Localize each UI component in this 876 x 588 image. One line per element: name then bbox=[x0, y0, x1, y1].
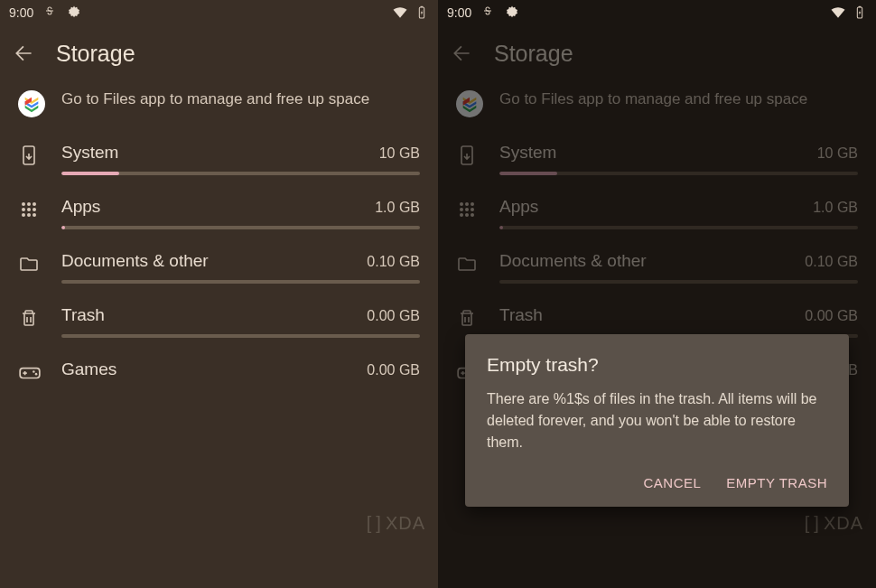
battery-icon bbox=[415, 4, 429, 22]
app-bar: Storage bbox=[438, 25, 876, 81]
s-icon bbox=[480, 5, 495, 20]
trash-icon bbox=[456, 307, 478, 329]
folder-icon bbox=[456, 253, 478, 275]
category-documents[interactable]: Documents & other0.10 GB bbox=[438, 242, 876, 296]
apps-icon bbox=[456, 199, 478, 220]
battery-icon bbox=[853, 4, 867, 22]
wifi-icon bbox=[391, 4, 409, 22]
files-app-link[interactable]: Go to Files app to manage and free up sp… bbox=[438, 81, 876, 134]
device-icon bbox=[18, 145, 40, 166]
files-app-icon bbox=[456, 90, 483, 117]
clock: 9:00 bbox=[9, 5, 33, 20]
category-games[interactable]: Games0.00 GB bbox=[0, 350, 438, 385]
screenshot-right: 9:00 Storage Go to Files app to manage a… bbox=[438, 0, 876, 588]
folder-icon bbox=[18, 253, 40, 275]
trash-icon bbox=[18, 307, 40, 329]
files-app-icon bbox=[18, 90, 45, 117]
back-icon[interactable] bbox=[13, 42, 36, 65]
gear-icon bbox=[504, 5, 520, 21]
device-icon bbox=[456, 145, 478, 166]
clock: 9:00 bbox=[447, 5, 471, 20]
cancel-button[interactable]: CANCEL bbox=[644, 475, 702, 490]
watermark: []XDA bbox=[367, 513, 425, 534]
files-hint: Go to Files app to manage and free up sp… bbox=[61, 89, 420, 109]
files-app-link[interactable]: Go to Files app to manage and free up sp… bbox=[0, 81, 438, 134]
gamepad-icon bbox=[18, 360, 42, 384]
category-documents[interactable]: Documents & other0.10 GB bbox=[0, 242, 438, 296]
category-trash[interactable]: Trash0.00 GB bbox=[0, 296, 438, 350]
apps-icon bbox=[18, 199, 40, 220]
category-apps[interactable]: Apps1.0 GB bbox=[0, 188, 438, 242]
category-apps[interactable]: Apps1.0 GB bbox=[438, 188, 876, 242]
dialog-title: Empty trash? bbox=[487, 354, 827, 376]
category-system[interactable]: System10 GB bbox=[0, 134, 438, 188]
gear-icon bbox=[66, 5, 82, 21]
watermark: []XDA bbox=[805, 513, 863, 534]
page-title: Storage bbox=[494, 41, 573, 67]
progress-bar bbox=[61, 172, 420, 175]
empty-trash-dialog: Empty trash? There are %1$s of files in … bbox=[465, 334, 849, 507]
back-icon[interactable] bbox=[451, 42, 474, 65]
s-icon bbox=[42, 5, 57, 20]
empty-trash-button[interactable]: EMPTY TRASH bbox=[726, 475, 827, 490]
dialog-message: There are %1$s of files in the trash. Al… bbox=[487, 388, 827, 453]
page-title: Storage bbox=[56, 41, 135, 67]
category-system[interactable]: System10 GB bbox=[438, 134, 876, 188]
screenshot-left: 9:00 Storage Go to Files app to manage a… bbox=[0, 0, 438, 588]
status-bar: 9:00 bbox=[438, 0, 876, 25]
wifi-icon bbox=[829, 4, 847, 22]
app-bar: Storage bbox=[0, 25, 438, 81]
status-bar: 9:00 bbox=[0, 0, 438, 25]
